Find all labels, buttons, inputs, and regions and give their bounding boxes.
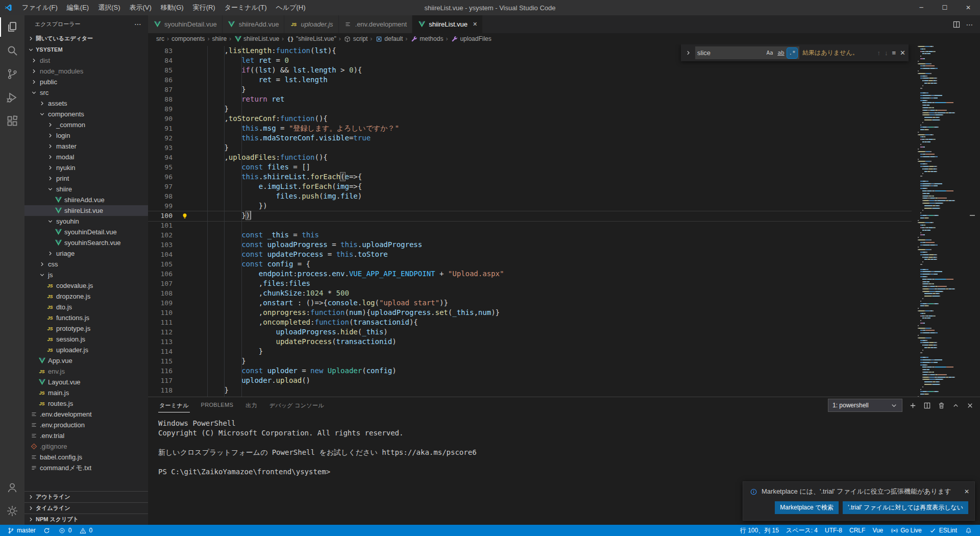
menu-編集[interactable]: 編集(E) (62, 0, 93, 15)
tree-item-modal[interactable]: modal (24, 152, 148, 162)
more-actions-icon[interactable]: ⋯ (134, 15, 148, 33)
status-eslint[interactable]: ESLint (925, 525, 961, 536)
tree-item-babel.config.js[interactable]: babel.config.js (24, 452, 148, 462)
activity-account[interactable] (0, 476, 24, 499)
tree-item-master[interactable]: master (24, 141, 148, 152)
notification-button[interactable]: Marketplace で検索 (775, 501, 839, 514)
menu-表示[interactable]: 表示(V) (125, 0, 156, 15)
tree-item-public[interactable]: public (24, 77, 148, 87)
tree-item-routes.js[interactable]: JSroutes.js (24, 398, 148, 409)
tree-item-_common[interactable]: _common (24, 119, 148, 130)
split-terminal-icon[interactable] (923, 401, 931, 409)
menu-実行[interactable]: 実行(R) (188, 0, 220, 15)
tree-item-functions.js[interactable]: JSfunctions.js (24, 312, 148, 323)
tree-item-print[interactable]: print (24, 173, 148, 184)
tree-item-shiire[interactable]: shiire (24, 184, 148, 194)
minimize-button[interactable]: ─ (910, 0, 933, 15)
maximize-button[interactable]: ☐ (933, 0, 957, 15)
kill-terminal-icon[interactable] (937, 401, 945, 409)
notification-button[interactable]: '.trial' ファイルに対しては再度表示しない (843, 501, 968, 514)
activity-search[interactable] (0, 39, 24, 62)
tab-uploader.js[interactable]: JSuploader.js (284, 15, 338, 33)
find-previous-icon[interactable]: ↑ (877, 49, 881, 57)
tree-item-codevalue.js[interactable]: JScodevalue.js (24, 280, 148, 291)
tree-item-syouhin[interactable]: syouhin (24, 216, 148, 227)
panel-tab-デバッグ コンソール[interactable]: デバッグ コンソール (268, 399, 325, 412)
activity-source-control[interactable] (0, 62, 24, 86)
tree-item-syouhinSearch.vue[interactable]: syouhinSearch.vue (24, 237, 148, 248)
status-bell[interactable] (961, 525, 976, 536)
find-option-match-case[interactable]: Aa (765, 48, 775, 58)
tree-item-commandメモ.txt[interactable]: commandメモ.txt (24, 462, 148, 473)
tree-item-main.js[interactable]: JSmain.js (24, 387, 148, 398)
tree-item-App.vue[interactable]: App.vue (24, 355, 148, 366)
section-アウトライン[interactable]: アウトライン (24, 491, 148, 502)
close-panel-icon[interactable] (966, 401, 974, 409)
activity-settings[interactable] (0, 499, 24, 523)
find-option-whole-word[interactable]: ab (776, 48, 786, 58)
tree-item-dto.js[interactable]: JSdto.js (24, 302, 148, 312)
tab-shiireAdd.vue[interactable]: shiireAdd.vue (223, 15, 285, 33)
find-next-icon[interactable]: ↓ (885, 49, 888, 57)
tree-item-node_modules[interactable]: node_modules (24, 66, 148, 77)
notification-close-icon[interactable]: ✕ (964, 488, 969, 495)
overview-ruler[interactable] (968, 44, 980, 397)
tree-item-prototype.js[interactable]: JSprototype.js (24, 323, 148, 334)
status-go-live[interactable]: Go Live (887, 525, 925, 536)
tree-item-uploader.js[interactable]: JSuploader.js (24, 345, 148, 355)
breadcrumb-shiireList.vue[interactable]: shiireList.vue (234, 35, 279, 43)
tree-item-.env.development[interactable]: .env.development (24, 409, 148, 420)
tree-item-env.js[interactable]: JSenv.js (24, 366, 148, 377)
status-0[interactable]: 0 (55, 525, 76, 536)
status-master[interactable]: master (3, 525, 39, 536)
minimap[interactable] (914, 46, 968, 397)
tree-item-css[interactable]: css (24, 259, 148, 270)
status-0[interactable]: 0 (75, 525, 96, 536)
panel-tab-出力[interactable]: 出力 (244, 399, 258, 412)
tab-close-icon[interactable]: ✕ (473, 21, 477, 28)
tree-item-login[interactable]: login (24, 130, 148, 141)
tree-item-shiireList.vue[interactable]: shiireList.vue (24, 205, 148, 216)
find-in-selection-icon[interactable]: ≡ (892, 49, 896, 57)
breadcrumb-script[interactable]: script (344, 35, 368, 43)
menu-移動[interactable]: 移動(G) (156, 0, 188, 15)
menu-選択[interactable]: 選択(S) (93, 0, 125, 15)
find-input[interactable]: slice Aaab.* (695, 46, 799, 59)
tree-item-js[interactable]: js (24, 270, 148, 280)
maximize-panel-icon[interactable] (951, 401, 960, 409)
toggle-replace-icon[interactable] (684, 49, 692, 57)
workspace-root[interactable]: YSYSTEM (24, 44, 148, 55)
breadcrumb-"shiireList.vue"[interactable]: {}"shiireList.vue" (286, 35, 336, 43)
tree-item-src[interactable]: src (24, 87, 148, 98)
find-option-regex[interactable]: .* (787, 48, 797, 58)
breadcrumb-default[interactable]: default (375, 35, 403, 43)
breadcrumb-components[interactable]: components (172, 35, 205, 42)
tree-item-nyukin[interactable]: nyukin (24, 162, 148, 173)
tree-item-.gitignore[interactable]: .gitignore (24, 441, 148, 452)
status-crlf[interactable]: CRLF (846, 525, 869, 536)
lightbulb-icon[interactable] (180, 211, 190, 221)
code-editor[interactable]: 83 ,listLength:function(lst){84 let ret … (148, 44, 980, 397)
tab-shiireList.vue[interactable]: shiireList.vue✕ (412, 15, 483, 33)
activity-explorer[interactable] (0, 15, 24, 39)
status-スペ-ス-4[interactable]: スペース: 4 (782, 525, 821, 536)
activity-run-debug[interactable] (0, 86, 24, 109)
breadcrumb-uploadFiles[interactable]: uploadFiles (450, 35, 491, 43)
find-close-icon[interactable]: ✕ (900, 49, 905, 57)
menu-ヘルプ[interactable]: ヘルプ(H) (272, 0, 310, 15)
tree-item-assets[interactable]: assets (24, 98, 148, 109)
tree-item-components[interactable]: components (24, 109, 148, 119)
tree-item-.env.production[interactable]: .env.production (24, 420, 148, 430)
panel-tab-ターミナル[interactable]: ターミナル (158, 399, 190, 412)
tree-item-Layout.vue[interactable]: Layout.vue (24, 377, 148, 387)
tree-item-syouhinDetail.vue[interactable]: syouhinDetail.vue (24, 227, 148, 237)
section-NPM スクリプト[interactable]: NPM スクリプト (24, 514, 148, 525)
breadcrumb-shiire[interactable]: shiire (212, 35, 227, 42)
tree-item-dropzone.js[interactable]: JSdropzone.js (24, 291, 148, 302)
status-sync[interactable] (39, 525, 55, 536)
breadcrumb-methods[interactable]: methods (410, 35, 443, 43)
close-button[interactable]: ✕ (957, 0, 980, 15)
status-utf-8[interactable]: UTF-8 (821, 525, 846, 536)
terminal-select[interactable]: 1: powershell (828, 399, 902, 412)
section-タイムライン[interactable]: タイムライン (24, 502, 148, 514)
